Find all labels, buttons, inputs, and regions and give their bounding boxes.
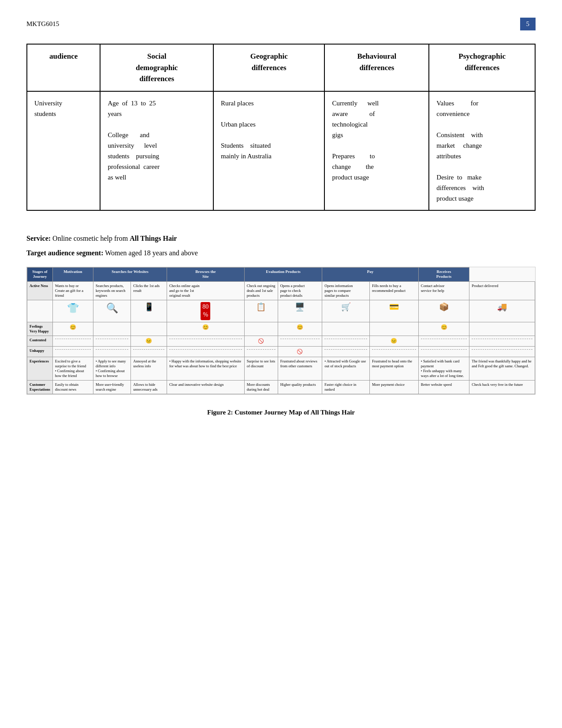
service-label: Service: (26, 235, 51, 242)
cont-6 (278, 336, 322, 347)
cont-2 (93, 336, 131, 347)
col-psychographic: Psychographicdifferences (429, 44, 535, 91)
unhappy-2 (93, 347, 131, 357)
journey-table: Stages ofJourney Motivation Searches for… (27, 267, 535, 394)
action-6: Opens a productpage to checkproduct deta… (278, 282, 322, 300)
row-active-ness: Active Ness Wants to buy orCreate an gif… (27, 282, 535, 300)
cell-social: Age of 13 to 25 years College and univer… (100, 91, 213, 210)
feeling-7 (322, 322, 370, 336)
row-icons: 👕 🔍 📱 80% 📋 🖥️ 🛒 (27, 300, 535, 322)
exp-6: Frustrated about reviews from other cust… (278, 357, 322, 380)
expectations-label: CustomerExpectations (27, 380, 53, 394)
cont-3: 😐 (131, 336, 167, 347)
cust-exp-4: Clear and innovative website design (167, 380, 244, 394)
experiences-label: Experiences (27, 357, 53, 380)
row-experiences: Experiences Excited to give a surprise t… (27, 357, 535, 380)
feeling-6: 😊 (278, 322, 322, 336)
cell-audience: Universitystudents (27, 91, 100, 210)
cust-exp-9: Better website speed (418, 380, 469, 394)
cont-1 (52, 336, 93, 347)
icon-pay1: 🛒 (322, 300, 370, 322)
feeling-2 (93, 322, 131, 336)
action-8: Fills needs to buy arecommended product (369, 282, 418, 300)
row-expectations: CustomerExpectations Easily to obtain di… (27, 380, 535, 394)
action-1: Wants to buy orCreate an gift for afrien… (52, 282, 93, 300)
cust-exp-2: More user-friendly search engine (93, 380, 131, 394)
unhappy-7 (322, 347, 370, 357)
unhappy-6: 🚫 (278, 347, 322, 357)
exp-5: Surprise to see lots of discount (244, 357, 278, 380)
icon-browse: 80% (167, 300, 244, 322)
cont-4 (167, 336, 244, 347)
figure-caption: Figure 2: Customer Journey Map of All Th… (26, 408, 536, 417)
unhappy-8 (369, 347, 418, 357)
icon-pay3: 📦 (418, 300, 469, 322)
feeling-1: 😊 (52, 322, 93, 336)
col-searches: Searches for Websites (93, 267, 167, 281)
course-code: MKTG6015 (26, 19, 59, 29)
col-motivation: Motivation (52, 267, 93, 281)
icon-motivation: 👕 (52, 300, 93, 322)
cont-10 (469, 336, 535, 347)
feeling-4: 😊 (167, 322, 244, 336)
cust-exp-8: More payment choice (369, 380, 418, 394)
exp-3: Annoyed at the useless info (131, 357, 167, 380)
action-2: Searches products,keywords on searchengi… (93, 282, 131, 300)
icon-label (27, 300, 53, 322)
col-pay: Pay (322, 267, 419, 281)
action-5: Check out ongoingdeals and 1st saleprodu… (244, 282, 278, 300)
action-10: Product delivered (469, 282, 535, 300)
cust-exp-6: Higher quality products (278, 380, 322, 394)
cont-8: 😐 (369, 336, 418, 347)
icon-eval1: 📋 (244, 300, 278, 322)
target-text: Women aged 18 years and above (105, 249, 198, 257)
unhappy-3 (131, 347, 167, 357)
icon-eval2: 🖥️ (278, 300, 322, 322)
icon-receive: 🚚 (469, 300, 535, 322)
cell-psychographic: Values for convenience Consistent with m… (429, 91, 535, 210)
row-very-happy: FeelingsVery Happy 😊 😊 😊 😊 (27, 322, 535, 336)
exp-4: • Happy with the information, shopping w… (167, 357, 244, 380)
feelings-header: FeelingsVery Happy (27, 322, 53, 336)
cust-exp-1: Easily to obtain discount news (52, 380, 93, 394)
unhappy-4 (167, 347, 244, 357)
col-evaluation: Evaluation Products (244, 267, 322, 281)
page-header: MKTG6015 5 (26, 18, 536, 30)
col-social: Socialdemographicdifferences (100, 44, 213, 91)
audience-table: audience Socialdemographicdifferences Ge… (26, 44, 536, 211)
col-browses: Browses theSite (167, 267, 244, 281)
feeling-8 (369, 322, 418, 336)
feeling-3 (131, 322, 167, 336)
action-3: Clicks the 1st adsresult (131, 282, 167, 300)
col-receives: ReceivesProducts (418, 267, 469, 281)
action-7: Opens informationpages to comparesimilar… (322, 282, 370, 300)
col-behavioural: Behaviouraldifferences (324, 44, 429, 91)
action-4: Checks online againand go to the 1storig… (167, 282, 244, 300)
exp-7: • Attracted with Google use out of stock… (322, 357, 370, 380)
cust-exp-3: Allows to hide unnecessary ads (131, 380, 167, 394)
feeling-10 (469, 322, 535, 336)
cell-behavioural: Currently well aware of technological gi… (324, 91, 429, 210)
col-stages: Stages ofJourney (27, 267, 53, 281)
feeling-9: 😊 (418, 322, 469, 336)
feeling-5 (244, 322, 278, 336)
unhappy-1 (52, 347, 93, 357)
unhappy-label: Unhappy (27, 347, 53, 357)
row-unhappy: Unhappy 🚫 (27, 347, 535, 357)
cust-exp-5: More discounts during hot deal (244, 380, 278, 394)
icon-search1: 🔍 (93, 300, 131, 322)
exp-10: The friend was thankfully happy and he a… (469, 357, 535, 380)
cont-5: 🚫 (244, 336, 278, 347)
unhappy-5 (244, 347, 278, 357)
cust-exp-7: Faster right choice in ranked (322, 380, 370, 394)
exp-1: Excited to give a surprise to the friend… (52, 357, 93, 380)
row-contented: Contented 😐 🚫 😐 (27, 336, 535, 347)
journey-map-container: Stages ofJourney Motivation Searches for… (26, 267, 536, 395)
page-number: 5 (520, 18, 536, 30)
exp-9: • Satisfied with bank card payment• Feel… (418, 357, 469, 380)
service-section: Service: Online cosmetic help from All T… (26, 233, 536, 259)
icon-search2: 📱 (131, 300, 167, 322)
exp-2: • Apply to see many different info• Conf… (93, 357, 131, 380)
unhappy-9 (418, 347, 469, 357)
icon-pay2: 💳 (369, 300, 418, 322)
